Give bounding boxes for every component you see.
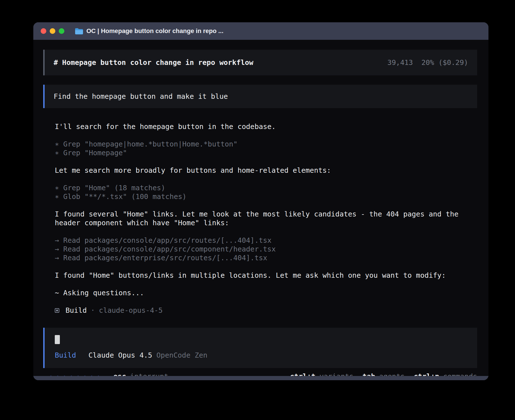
close-button[interactable] [41,28,46,34]
text-cursor [55,335,60,344]
prompt-input[interactable]: Build Claude Opus 4.5 OpenCode Zen [43,328,477,368]
assistant-text: I'll search for the homepage button in t… [55,122,477,131]
hint-commands: ctrl+p commands [414,372,477,376]
hint-key: esc [113,372,126,376]
tool-call-grep: ∗ Grep "Homepage" [55,148,477,157]
agent-status-row: Build · claude-opus-4-5 [55,306,477,315]
tool-call-group: → Read packages/console/app/src/routes/[… [55,236,477,262]
window-title: OC | Homepage button color change in rep… [86,27,223,35]
assistant-text: Let me search more broadly for buttons a… [55,166,477,175]
agent-build-icon [55,308,59,313]
user-message-text: Find the homepage button and make it blu… [54,92,228,100]
hint-label: agents [379,372,405,376]
assistant-text: I found "Home" buttons/links in multiple… [55,271,477,280]
hint-interrupt: esc interrupt [113,372,168,376]
activity-dots: ········ [49,372,103,376]
model-label: Claude Opus 4.5 [88,351,152,360]
mode-label: Build [55,351,76,360]
hint-label: variants [319,372,353,376]
window-bottom-frame [33,376,488,380]
hint-label: interrupt [130,372,168,376]
hint-group-right: ctrl+t variants tab agents ctrl+p comman… [290,372,477,376]
tool-call-read: → Read packages/console/app/src/routes/[… [55,236,477,245]
folder-icon [75,28,83,34]
traffic-lights [41,28,64,34]
agent-name: Build [66,306,87,315]
tool-call-grep: ∗ Grep "Home" (18 matches) [55,183,477,192]
tool-call-read: → Read packages/console/app/src/componen… [55,245,477,253]
tool-call-read: → Read packages/enterprise/src/routes/[.… [55,253,477,262]
agent-separator: · [91,306,95,315]
status-bar: ········ esc interrupt ctrl+t variants t… [43,372,477,376]
session-header: # Homepage button color change in repo w… [43,50,477,75]
provider-label: OpenCode Zen [156,351,208,360]
hint-agents: tab agents [363,372,405,376]
session-stats: 39,413 20% ($0.29) [387,58,468,67]
hint-label: commands [443,372,477,376]
tool-call-group: ∗ Grep "homepage|home.*button|Home.*butt… [55,140,477,157]
assistant-text: I found several "Home" links. Let me loo… [55,210,477,227]
context-usage: 20% ($0.29) [421,58,468,67]
hint-key: ctrl+p [414,372,439,376]
minimize-button[interactable] [50,28,55,34]
hint-key: tab [363,372,375,376]
asking-questions-status: ~ Asking questions... [55,288,477,297]
assistant-transcript: I'll search for the homepage button in t… [55,122,477,323]
terminal-content: # Homepage button color change in repo w… [33,40,488,376]
user-message: Find the homepage button and make it blu… [43,85,477,108]
agent-model: claude-opus-4-5 [99,306,163,315]
terminal-window: OC | Homepage button color change in rep… [33,22,488,380]
session-title: # Homepage button color change in repo w… [54,58,253,67]
token-count: 39,413 [387,58,413,67]
hint-variants: ctrl+t variants [290,372,353,376]
input-meta-row: Build Claude Opus 4.5 OpenCode Zen [55,351,468,360]
hint-key: ctrl+t [290,372,315,376]
tool-call-grep: ∗ Grep "homepage|home.*button|Home.*butt… [55,140,477,148]
tool-call-group: ∗ Grep "Home" (18 matches) ∗ Glob "**/*.… [55,183,477,201]
zoom-button[interactable] [59,28,64,34]
tool-call-glob: ∗ Glob "**/*.tsx" (100 matches) [55,192,477,201]
window-titlebar: OC | Homepage button color change in rep… [33,22,488,40]
